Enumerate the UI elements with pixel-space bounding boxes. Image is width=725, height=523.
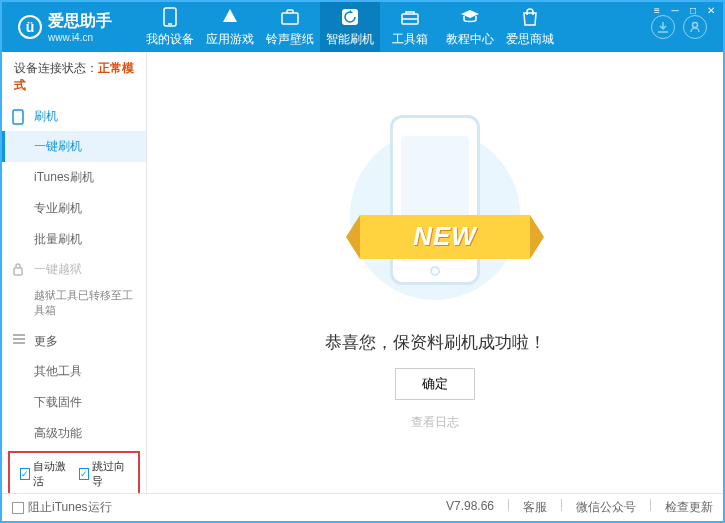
sidebar-item-download-firmware[interactable]: 下载固件 [2,387,146,418]
checkmark-icon: ✓ [20,468,30,480]
main-content: NEW 恭喜您，保资料刷机成功啦！ 确定 查看日志 [147,52,723,493]
refresh-icon [340,7,360,27]
checkbox-block-itunes[interactable]: 阻止iTunes运行 [12,499,112,516]
version-label: V7.98.66 [446,499,494,516]
app-name: 爱思助手 [48,11,112,32]
svg-rect-7 [13,110,23,124]
customer-service-link[interactable]: 客服 [523,499,547,516]
wechat-link[interactable]: 微信公众号 [576,499,636,516]
toolbox-icon [400,7,420,27]
apps-icon [220,7,240,27]
success-message: 恭喜您，保资料刷机成功啦！ [325,331,546,354]
app-logo: ü 爱思助手 www.i4.cn [10,11,140,43]
connection-status: 设备连接状态：正常模式 [2,52,146,102]
window-controls: ≡ ─ □ ✕ [649,4,719,16]
nav-store[interactable]: 爱思商城 [500,2,560,52]
window-maximize-icon[interactable]: □ [685,4,701,16]
nav-apps-games[interactable]: 应用游戏 [200,2,260,52]
sidebar-section-jailbreak: 一键越狱 [2,255,146,284]
nav-ringtone-wallpaper[interactable]: 铃声壁纸 [260,2,320,52]
nav-smart-flash[interactable]: 智能刷机 [320,2,380,52]
jailbreak-note: 越狱工具已转移至工具箱 [2,284,146,327]
status-bar: 阻止iTunes运行 V7.98.66 客服 微信公众号 检查更新 [2,493,723,521]
new-ribbon-icon: NEW [360,215,530,259]
graduation-icon [460,7,480,27]
success-illustration: NEW [340,115,530,315]
view-log-link[interactable]: 查看日志 [411,414,459,431]
nav-tutorials[interactable]: 教程中心 [440,2,500,52]
svg-point-6 [693,23,698,28]
checkbox-icon [12,502,24,514]
sidebar-item-oneclick-flash[interactable]: 一键刷机 [2,131,146,162]
lock-icon [12,262,28,278]
nav-my-device[interactable]: 我的设备 [140,2,200,52]
sidebar-item-advanced[interactable]: 高级功能 [2,418,146,449]
checkbox-auto-activate[interactable]: ✓自动激活 [20,459,69,489]
sidebar-item-itunes-flash[interactable]: iTunes刷机 [2,162,146,193]
bag-icon [520,7,540,27]
sidebar-item-batch-flash[interactable]: 批量刷机 [2,224,146,255]
phone-icon [12,109,28,125]
main-nav: 我的设备 应用游戏 铃声壁纸 智能刷机 工具箱 教程中心 爱思商城 [140,2,560,52]
sidebar-options-highlight: ✓自动激活 ✓跳过向导 [8,451,140,493]
sidebar-section-flash[interactable]: 刷机 [2,102,146,131]
svg-rect-8 [14,268,22,275]
window-minimize-icon[interactable]: ─ [667,4,683,16]
sidebar-item-pro-flash[interactable]: 专业刷机 [2,193,146,224]
check-update-link[interactable]: 检查更新 [665,499,713,516]
window-menu-icon[interactable]: ≡ [649,4,665,16]
svg-rect-2 [282,13,298,24]
logo-icon: ü [18,15,42,39]
device-icon [160,7,180,27]
checkmark-icon: ✓ [79,468,89,480]
sidebar: 设备连接状态：正常模式 刷机 一键刷机 iTunes刷机 专业刷机 批量刷机 一… [2,52,147,493]
briefcase-icon [280,7,300,27]
app-url: www.i4.cn [48,32,112,43]
confirm-button[interactable]: 确定 [395,368,475,400]
phone-illustration-icon [390,115,480,285]
nav-toolbox[interactable]: 工具箱 [380,2,440,52]
titlebar: ü 爱思助手 www.i4.cn 我的设备 应用游戏 铃声壁纸 智能刷机 工具箱… [2,2,723,52]
window-close-icon[interactable]: ✕ [703,4,719,16]
user-button[interactable] [683,15,707,39]
sidebar-section-more[interactable]: 更多 [2,327,146,356]
menu-icon [12,333,28,349]
sidebar-item-other-tools[interactable]: 其他工具 [2,356,146,387]
download-button[interactable] [651,15,675,39]
checkbox-skip-guide[interactable]: ✓跳过向导 [79,459,128,489]
